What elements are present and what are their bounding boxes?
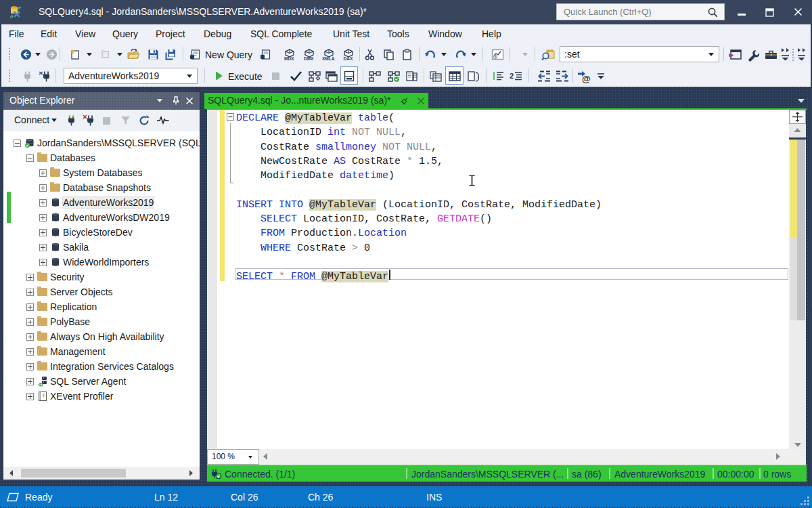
svg-text:DAX: DAX	[344, 56, 353, 61]
svg-text:2: 2	[510, 72, 514, 80]
svg-text:XMLA: XMLA	[322, 56, 335, 61]
svg-text:DMX: DMX	[304, 56, 314, 61]
svg-text:@: @	[582, 74, 591, 83]
svg-text:MDX: MDX	[284, 56, 294, 61]
